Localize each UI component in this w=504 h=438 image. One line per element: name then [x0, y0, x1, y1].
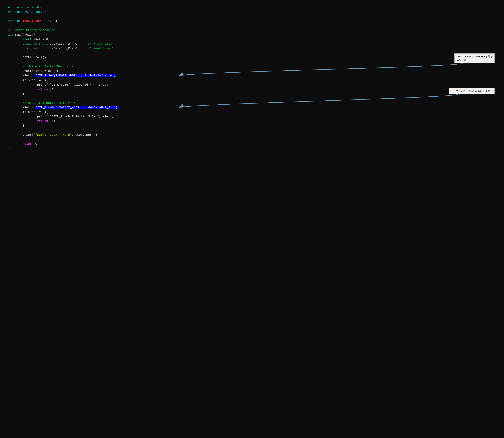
code-line: sRet = CITL_ToBuf(TARGET_ADDR, 1, &usDat…	[8, 74, 496, 78]
code-line: if(sRet != 0){	[8, 110, 496, 114]
code-line: CITLAppInit();	[8, 55, 496, 60]
code-line: short sRet = 0;	[8, 37, 496, 42]
code-line	[8, 60, 496, 65]
code-line: }	[8, 146, 496, 151]
code-line: #include <stdio.h>	[8, 5, 496, 10]
code-line	[8, 137, 496, 142]
code-line	[8, 14, 496, 19]
code-line: /* Write to Buffer Memory */	[8, 65, 496, 69]
tooltip-write-memory: バッファメモリに0xFFFFを書き込みます。	[454, 53, 495, 63]
code-line: unsigned short usDataBuf_R = 0; /* Read …	[8, 46, 496, 51]
code-line: int main(void){	[8, 33, 496, 37]
code-line: #include "CITLFunc.h"	[8, 10, 496, 14]
code-line: printf("CITL_ToBuf Failed(%d)¥n", sRet);	[8, 83, 496, 87]
code-line: /* Read from Buffer Memory */	[8, 101, 496, 105]
code-line	[8, 51, 496, 55]
tooltip-read-memory: バッファメモリの値を読み出します。	[449, 88, 495, 94]
code-line: return -1;	[8, 87, 496, 92]
code-line: printf("Buffer data = %d¥n", usDataBuf_R…	[8, 133, 496, 137]
code-line: }	[8, 92, 496, 96]
code-line: usDataBuf_W = 0xFFFF;	[8, 69, 496, 74]
code-line: if(sRet != 0){	[8, 78, 496, 83]
code-line: }	[8, 123, 496, 128]
code-line	[8, 96, 496, 101]
code-line: /* Buffer Memory Access */	[8, 28, 496, 33]
code-line: printf("CITL_FromBuf Failed(%d)¥n", sRet…	[8, 114, 496, 119]
code-line: return -1;	[8, 119, 496, 123]
code-line: sRet = CITL_FromBuf(TARGET_ADDR, 1, &usD…	[8, 105, 496, 110]
code-line: #define TARGET_ADDR 16384	[8, 19, 496, 23]
code-line: return 0;	[8, 142, 496, 146]
code-container: #include <stdio.h>#include "CITLFunc.h" …	[8, 5, 496, 151]
code-line	[8, 128, 496, 133]
code-line: unsigned short usDataBuf_W = 0; /* Write…	[8, 42, 496, 46]
code-line	[8, 23, 496, 28]
